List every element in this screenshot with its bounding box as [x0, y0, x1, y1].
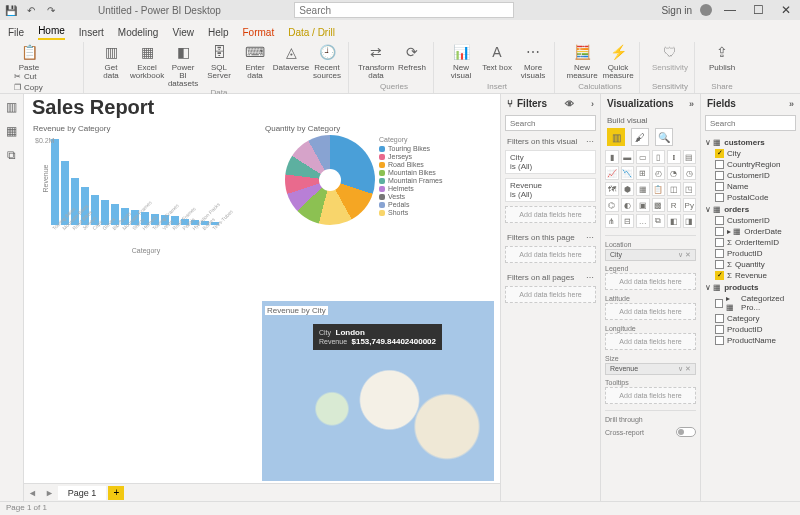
- tab-format[interactable]: Format: [243, 25, 275, 40]
- filters-search-input[interactable]: [505, 115, 596, 131]
- gallery-visual-icon[interactable]: ⊞: [636, 166, 650, 180]
- filter-dropzone-page[interactable]: Add data fields here: [505, 246, 596, 263]
- tab-file[interactable]: File: [8, 25, 24, 40]
- field-OrderDate[interactable]: ▸ ▦OrderDate: [715, 227, 796, 236]
- recent-sources-button[interactable]: 🕘Recent sources: [312, 42, 342, 80]
- gallery-visual-icon[interactable]: ⋔: [605, 214, 619, 228]
- field-Categorized Pro...[interactable]: ▸ ▦Categorized Pro...: [715, 294, 796, 312]
- publish-button[interactable]: ⇪Publish: [707, 42, 737, 72]
- field-Category[interactable]: Category: [715, 314, 796, 323]
- latitude-dropzone[interactable]: Add data fields here: [605, 303, 696, 320]
- gallery-visual-icon[interactable]: ▣: [636, 198, 650, 212]
- gallery-visual-icon[interactable]: ◐: [621, 198, 635, 212]
- location-field-pill[interactable]: City∨ ✕: [605, 249, 696, 261]
- field-CustomerID[interactable]: CustomerID: [715, 171, 796, 180]
- field-City[interactable]: City: [715, 149, 796, 158]
- field-Name[interactable]: Name: [715, 182, 796, 191]
- copy-button[interactable]: ❐ Copy: [14, 83, 77, 92]
- save-icon[interactable]: 💾: [4, 3, 18, 17]
- gallery-visual-icon[interactable]: …: [636, 214, 650, 228]
- gallery-visual-icon[interactable]: ⧉: [652, 214, 666, 228]
- legend-dropzone[interactable]: Add data fields here: [605, 273, 696, 290]
- analytics-icon[interactable]: 🔍: [655, 128, 673, 146]
- redo-icon[interactable]: ↷: [44, 3, 58, 17]
- prev-page-icon[interactable]: ◄: [24, 488, 41, 498]
- field-OrderItemID[interactable]: ΣOrderItemID: [715, 238, 796, 247]
- new-measure-button[interactable]: 🧮New measure: [567, 42, 597, 80]
- fields-search-input[interactable]: [705, 115, 796, 131]
- avatar[interactable]: [700, 4, 712, 16]
- tab-modeling[interactable]: Modeling: [118, 25, 159, 40]
- gallery-visual-icon[interactable]: ◨: [683, 214, 697, 228]
- gallery-visual-icon[interactable]: ◫: [667, 182, 681, 196]
- gallery-visual-icon[interactable]: ⬢: [621, 182, 635, 196]
- sql-button[interactable]: 🗄SQL Server: [204, 42, 234, 80]
- build-visual-icon[interactable]: ▥: [607, 128, 625, 146]
- paste-button[interactable]: 📋Paste: [14, 42, 44, 72]
- gallery-visual-icon[interactable]: ◳: [683, 182, 697, 196]
- legend-item[interactable]: Road Bikes: [379, 161, 442, 168]
- page-tab-1[interactable]: Page 1: [58, 486, 107, 500]
- maximize-button[interactable]: ☐: [748, 3, 768, 17]
- filter-card-revenue[interactable]: Revenueis (All): [505, 178, 596, 202]
- gallery-visual-icon[interactable]: ▬: [621, 150, 635, 164]
- longitude-dropzone[interactable]: Add data fields here: [605, 333, 696, 350]
- more-icon[interactable]: ⋯: [586, 137, 594, 146]
- gallery-visual-icon[interactable]: ⊟: [621, 214, 635, 228]
- field-CustomerID[interactable]: CustomerID: [715, 216, 796, 225]
- eye-icon[interactable]: 👁: [565, 99, 574, 109]
- gallery-visual-icon[interactable]: ▤: [683, 150, 697, 164]
- next-page-icon[interactable]: ►: [41, 488, 58, 498]
- gallery-visual-icon[interactable]: 📋: [652, 182, 666, 196]
- gallery-visual-icon[interactable]: ⫿: [667, 150, 681, 164]
- filter-card-city[interactable]: Cityis (All): [505, 150, 596, 174]
- add-page-button[interactable]: +: [108, 486, 124, 500]
- quick-measure-button[interactable]: ⚡Quick measure: [603, 42, 633, 80]
- bar[interactable]: [51, 139, 59, 225]
- enter-data-button[interactable]: ⌨Enter data: [240, 42, 270, 80]
- field-PostalCode[interactable]: PostalCode: [715, 193, 796, 202]
- gallery-visual-icon[interactable]: ◔: [667, 166, 681, 180]
- table-products[interactable]: ∨ ▦products: [705, 283, 796, 292]
- tab-datadrill[interactable]: Data / Drill: [288, 25, 335, 40]
- excel-button[interactable]: ▦Excel workbook: [132, 42, 162, 80]
- get-data-button[interactable]: ▥Get data: [96, 42, 126, 80]
- gallery-visual-icon[interactable]: ▩: [652, 198, 666, 212]
- collapse-viz-icon[interactable]: »: [689, 99, 694, 109]
- gallery-visual-icon[interactable]: ◴: [652, 166, 666, 180]
- revenue-by-city-map[interactable]: Revenue by City City London Revenue $153…: [262, 301, 494, 481]
- table-orders[interactable]: ∨ ▦orders: [705, 205, 796, 214]
- gallery-visual-icon[interactable]: 📈: [605, 166, 619, 180]
- gallery-visual-icon[interactable]: 🗺: [605, 182, 619, 196]
- report-view-icon[interactable]: ▥: [6, 100, 17, 114]
- gallery-visual-icon[interactable]: ⌬: [605, 198, 619, 212]
- gallery-visual-icon[interactable]: ◷: [683, 166, 697, 180]
- tab-view[interactable]: View: [172, 25, 194, 40]
- filter-dropzone-visual[interactable]: Add data fields here: [505, 206, 596, 223]
- signin-link[interactable]: Sign in: [661, 5, 692, 16]
- transform-data-button[interactable]: ⇄Transform data: [361, 42, 391, 80]
- cut-button[interactable]: ✂ Cut: [14, 72, 77, 81]
- legend-item[interactable]: Vests: [379, 193, 442, 200]
- dataverse-button[interactable]: ◬Dataverse: [276, 42, 306, 72]
- data-view-icon[interactable]: ▦: [6, 124, 17, 138]
- size-field-pill[interactable]: Revenue∨ ✕: [605, 363, 696, 375]
- gallery-visual-icon[interactable]: ▯: [652, 150, 666, 164]
- legend-item[interactable]: Mountain Bikes: [379, 169, 442, 176]
- close-button[interactable]: ✕: [776, 3, 796, 17]
- legend-item[interactable]: Touring Bikes: [379, 145, 442, 152]
- tab-home[interactable]: Home: [38, 23, 65, 40]
- gallery-visual-icon[interactable]: ▭: [636, 150, 650, 164]
- legend-item[interactable]: Helmets: [379, 185, 442, 192]
- tab-help[interactable]: Help: [208, 25, 229, 40]
- revenue-by-category-chart[interactable]: Revenue by Category Revenue $0.2M Tourin…: [30, 121, 262, 301]
- field-Quantity[interactable]: ΣQuantity: [715, 260, 796, 269]
- titlebar-search-input[interactable]: [294, 2, 514, 18]
- quantity-by-category-chart[interactable]: Quantity by Category Category Touring Bi…: [262, 121, 494, 301]
- cross-report-toggle[interactable]: [676, 427, 696, 437]
- new-visual-button[interactable]: 📊New visual: [446, 42, 476, 80]
- minimize-button[interactable]: —: [720, 3, 740, 17]
- pbi-datasets-button[interactable]: ◧Power BI datasets: [168, 42, 198, 88]
- refresh-button[interactable]: ⟳Refresh: [397, 42, 427, 72]
- field-ProductID[interactable]: ProductID: [715, 249, 796, 258]
